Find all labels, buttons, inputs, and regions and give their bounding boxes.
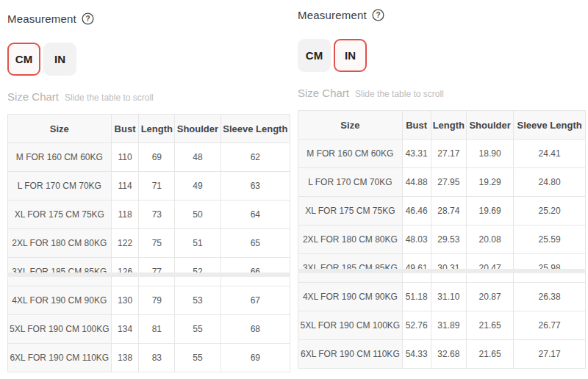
cm-button[interactable]: CM bbox=[7, 43, 40, 76]
size-cell: M FOR 160 CM 60KG bbox=[298, 140, 403, 168]
svg-text:?: ? bbox=[85, 15, 90, 23]
length-cell: 31.10 bbox=[431, 283, 466, 311]
sleeve-length-cell: 62 bbox=[220, 143, 290, 172]
shoulder-cell: 50 bbox=[175, 201, 220, 229]
bust-cell: 48.03 bbox=[402, 225, 431, 254]
length-cell: 81 bbox=[139, 315, 175, 344]
size-cell: 4XL FOR 190 CM 90KG bbox=[8, 286, 112, 315]
table-row: 5XL FOR 190 CM 100KG 52.76 31.89 21.65 2… bbox=[298, 311, 586, 340]
in-button[interactable]: IN bbox=[334, 39, 367, 72]
sleeve-length-cell: 26.38 bbox=[514, 283, 586, 311]
svg-text:?: ? bbox=[376, 11, 380, 19]
shoulder-cell: 55 bbox=[175, 315, 220, 344]
length-cell: 27.95 bbox=[431, 168, 466, 197]
length-cell: 75 bbox=[139, 229, 175, 258]
table-row: XL FOR 175 CM 75KG 118 73 50 64 bbox=[8, 201, 290, 229]
column-header-length: Length bbox=[139, 115, 175, 143]
table-row: M FOR 160 CM 60KG 43.31 27.17 18.90 24.4… bbox=[298, 140, 586, 168]
column-header-length: Length bbox=[431, 111, 466, 140]
bust-cell: 126 bbox=[111, 258, 139, 286]
question-mark-icon[interactable]: ? bbox=[82, 12, 94, 25]
size-cell: XL FOR 175 CM 75KG bbox=[8, 201, 112, 229]
length-cell: 29.53 bbox=[431, 225, 466, 254]
length-cell: 28.74 bbox=[431, 197, 466, 225]
length-cell: 71 bbox=[139, 172, 175, 201]
horizontal-scrollbar[interactable] bbox=[7, 272, 290, 277]
measurement-header: Measurement ? bbox=[7, 11, 94, 26]
shoulder-cell: 19.69 bbox=[466, 197, 513, 225]
bust-cell: 52.76 bbox=[402, 311, 431, 340]
table-row: 2XL FOR 180 CM 80KG 48.03 29.53 20.08 25… bbox=[298, 225, 586, 254]
bust-cell: 138 bbox=[111, 344, 139, 372]
column-header-shoulder: Shoulder bbox=[175, 115, 220, 143]
table-row: 4XL FOR 190 CM 90KG 130 79 53 67 bbox=[8, 286, 290, 315]
horizontal-scrollbar[interactable] bbox=[298, 269, 586, 273]
size-cell: 3XL FOR 185 CM 85KG bbox=[298, 254, 403, 283]
bust-cell: 46.46 bbox=[402, 197, 431, 225]
cm-button[interactable]: CM bbox=[298, 39, 331, 72]
size-cell: 6XL FOR 190 CM 110KG bbox=[8, 344, 112, 372]
size-cell: 3XL FOR 185 CM 85KG bbox=[8, 258, 112, 286]
size-chart-table[interactable]: Size Bust Length Shoulder Sleeve Length … bbox=[7, 114, 290, 372]
sleeve-length-cell: 26.77 bbox=[514, 311, 586, 340]
size-cell: 4XL FOR 190 CM 90KG bbox=[298, 283, 403, 311]
table-row: 6XL FOR 190 CM 110KG 54.33 32.68 21.65 2… bbox=[298, 340, 586, 369]
column-header-sleeve-length: Sleeve Length bbox=[220, 115, 290, 143]
table-row: 5XL FOR 190 CM 100KG 134 81 55 68 bbox=[8, 315, 290, 344]
size-chart-table[interactable]: Size Bust Length Shoulder Sleeve Length … bbox=[298, 110, 586, 369]
shoulder-cell: 49 bbox=[175, 172, 220, 201]
sleeve-length-cell: 25.59 bbox=[514, 225, 586, 254]
sleeve-length-cell: 67 bbox=[220, 286, 290, 315]
sleeve-length-cell: 25.98 bbox=[514, 254, 586, 283]
shoulder-cell: 20.87 bbox=[466, 283, 513, 311]
table-row: XL FOR 175 CM 75KG 46.46 28.74 19.69 25.… bbox=[298, 197, 586, 225]
sleeve-length-cell: 64 bbox=[220, 201, 290, 229]
bust-cell: 54.33 bbox=[402, 340, 431, 369]
table-row: 4XL FOR 190 CM 90KG 51.18 31.10 20.87 26… bbox=[298, 283, 586, 311]
size-cell: 2XL FOR 180 CM 80KG bbox=[8, 229, 112, 258]
unit-toggle: CM IN bbox=[7, 43, 76, 76]
length-cell: 77 bbox=[139, 258, 175, 286]
shoulder-cell: 21.65 bbox=[466, 311, 513, 340]
length-cell: 73 bbox=[139, 201, 175, 229]
size-cell: XL FOR 175 CM 75KG bbox=[298, 197, 403, 225]
column-header-bust: Bust bbox=[111, 115, 139, 143]
table-row: 3XL FOR 185 CM 85KG 49.61 30.31 20.47 25… bbox=[298, 254, 586, 283]
shoulder-cell: 52 bbox=[175, 258, 220, 286]
shoulder-cell: 53 bbox=[175, 286, 220, 315]
size-cell: 2XL FOR 180 CM 80KG bbox=[298, 225, 403, 254]
sleeve-length-cell: 66 bbox=[220, 258, 290, 286]
sleeve-length-cell: 24.80 bbox=[514, 168, 586, 197]
shoulder-cell: 21.65 bbox=[466, 340, 513, 369]
length-cell: 31.89 bbox=[431, 311, 466, 340]
size-cell: 6XL FOR 190 CM 110KG bbox=[298, 340, 403, 369]
table-row: 3XL FOR 185 CM 85KG 126 77 52 66 bbox=[8, 258, 290, 286]
question-mark-icon[interactable]: ? bbox=[372, 9, 384, 21]
scroll-hint: Slide the table to scroll bbox=[355, 89, 444, 99]
sleeve-length-cell: 27.17 bbox=[514, 340, 586, 369]
size-chart-caption: Size ChartSlide the table to scroll bbox=[298, 87, 444, 100]
panel-title: Measurement bbox=[7, 12, 76, 25]
size-cell: L FOR 170 CM 70KG bbox=[8, 172, 112, 201]
unit-toggle: CM IN bbox=[298, 39, 367, 72]
bust-cell: 134 bbox=[111, 315, 139, 344]
header-row: Size Bust Length Shoulder Sleeve Length bbox=[298, 111, 586, 140]
table-row: 2XL FOR 180 CM 80KG 122 75 51 65 bbox=[8, 229, 290, 258]
shoulder-cell: 55 bbox=[175, 344, 220, 372]
shoulder-cell: 48 bbox=[175, 143, 220, 172]
length-cell: 32.68 bbox=[431, 340, 466, 369]
measurement-header: Measurement ? bbox=[298, 7, 384, 22]
bust-cell: 51.18 bbox=[402, 283, 431, 311]
shoulder-cell: 18.90 bbox=[466, 140, 513, 168]
size-cell: 5XL FOR 190 CM 100KG bbox=[298, 311, 403, 340]
size-chart-caption: Size ChartSlide the table to scroll bbox=[7, 90, 154, 104]
in-button[interactable]: IN bbox=[43, 43, 76, 76]
shoulder-cell: 20.47 bbox=[466, 254, 513, 283]
sleeve-length-cell: 24.41 bbox=[514, 140, 586, 168]
size-cell: L FOR 170 CM 70KG bbox=[298, 168, 403, 197]
scroll-hint: Slide the table to scroll bbox=[65, 93, 154, 103]
sleeve-length-cell: 63 bbox=[220, 172, 290, 201]
bust-cell: 43.31 bbox=[402, 140, 431, 168]
length-cell: 30.31 bbox=[431, 254, 466, 283]
bust-cell: 122 bbox=[111, 229, 139, 258]
